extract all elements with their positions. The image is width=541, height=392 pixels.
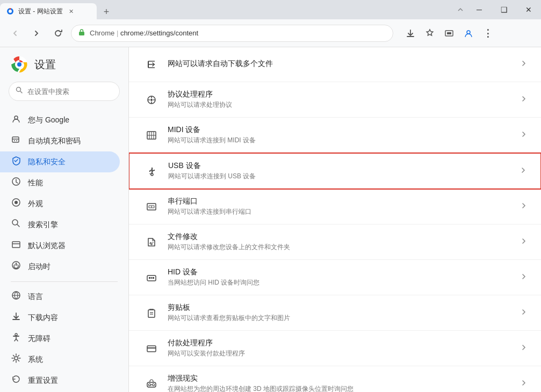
settings-item-usb[interactable]: USB 设备 网站可以请求连接到 USB 设备 bbox=[129, 153, 541, 190]
system-icon bbox=[11, 353, 21, 366]
usb-arrow bbox=[519, 166, 528, 177]
more-button[interactable]: ⋮ bbox=[479, 25, 496, 42]
payment-arrow bbox=[520, 343, 528, 354]
tab-label: 设置 - 网站设置 bbox=[18, 7, 63, 16]
sidebar-item-reset[interactable]: 重置设置 bbox=[0, 370, 120, 391]
sidebar-item-browser[interactable]: 默认浏览器 bbox=[0, 235, 120, 256]
sidebar-item-privacy[interactable]: 隐私和安全 bbox=[0, 151, 120, 172]
maximize-button[interactable]: ❑ bbox=[492, 0, 516, 19]
active-tab[interactable]: 设置 - 网站设置 ✕ bbox=[0, 3, 97, 19]
sidebar-nav: 您与 Google 自动填充和密码 bbox=[0, 105, 128, 392]
serial-arrow bbox=[520, 201, 528, 212]
ar-title: 增强现实 bbox=[168, 374, 520, 383]
svg-point-14 bbox=[14, 140, 15, 141]
file-edit-title: 文件修改 bbox=[168, 232, 520, 242]
midi-title: MIDI 设备 bbox=[168, 125, 520, 135]
sidebar-item-system[interactable]: 系统 bbox=[0, 349, 120, 370]
clipboard-arrow bbox=[520, 308, 528, 318]
svg-point-68 bbox=[153, 383, 155, 386]
ar-arrow bbox=[520, 379, 528, 389]
svg-rect-57 bbox=[149, 277, 150, 279]
new-tab-button[interactable]: + bbox=[99, 4, 114, 19]
main-layout: 设置 您与 Google bbox=[0, 47, 541, 392]
url-bar[interactable]: Chrome | chrome://settings/content bbox=[71, 25, 393, 42]
sidebar-item-language[interactable]: 语言 bbox=[0, 286, 120, 307]
settings-item-clipboard[interactable]: 剪贴板 网站可以请求查看您剪贴板中的文字和图片 bbox=[129, 295, 541, 331]
serial-text: 串行端口 网站可以请求连接到串行端口 bbox=[168, 197, 520, 216]
accessibility-icon bbox=[11, 332, 21, 345]
sidebar-item-label-language: 语言 bbox=[28, 292, 43, 302]
settings-item-file-edit[interactable]: 文件修改 网站可以请求修改您设备上的文件和文件夹 bbox=[129, 224, 541, 260]
minimize-button[interactable]: ─ bbox=[467, 0, 492, 19]
settings-item-serial[interactable]: 串行端口 网站可以请求连接到串行端口 bbox=[129, 189, 541, 224]
sidebar-item-label-reset: 重置设置 bbox=[28, 376, 58, 386]
startup-icon bbox=[11, 260, 21, 273]
svg-point-49 bbox=[151, 173, 153, 176]
tab-close-button[interactable]: ✕ bbox=[67, 7, 76, 16]
sidebar-item-appearance[interactable]: 外观 bbox=[0, 193, 120, 214]
profile-button[interactable] bbox=[460, 25, 477, 42]
download-icon bbox=[11, 311, 21, 324]
settings-item-hid[interactable]: HID 设备 当网站想访问 HID 设备时询问您 bbox=[129, 260, 541, 295]
clipboard-title: 剪贴板 bbox=[168, 303, 520, 313]
sidebar-item-startup[interactable]: 启动时 bbox=[0, 256, 120, 277]
bookmark-button[interactable] bbox=[421, 25, 438, 42]
cast-button[interactable] bbox=[441, 25, 458, 42]
ar-desc: 在网站想为您的周边环境创建 3D 地图或跟踪摄像头位置时询问您 bbox=[168, 384, 520, 392]
midi-desc: 网站可以请求连接到 MIDI 设备 bbox=[168, 136, 520, 145]
svg-point-6 bbox=[467, 31, 470, 34]
sidebar-item-label-search: 搜索引擎 bbox=[28, 220, 58, 230]
sidebar-item-downloads[interactable]: 下载内容 bbox=[0, 307, 120, 328]
sidebar-item-autofill[interactable]: 自动填充和密码 bbox=[0, 130, 120, 151]
search-icon bbox=[16, 86, 23, 96]
midi-icon bbox=[142, 126, 161, 145]
usb-title: USB 设备 bbox=[168, 161, 519, 171]
svg-rect-20 bbox=[12, 242, 20, 248]
hid-desc: 当网站想访问 HID 设备时询问您 bbox=[168, 278, 520, 287]
payment-text: 付款处理程序 网站可以安装付款处理程序 bbox=[168, 338, 520, 358]
download-toolbar-button[interactable] bbox=[402, 25, 419, 42]
forward-button[interactable] bbox=[28, 25, 45, 42]
back-button[interactable] bbox=[6, 25, 24, 42]
settings-item-midi[interactable]: MIDI 设备 网站可以请求连接到 MIDI 设备 bbox=[129, 118, 541, 153]
svg-point-18 bbox=[15, 201, 18, 204]
settings-item-protocol[interactable]: 协议处理程序 网站可以请求处理协议 bbox=[129, 82, 541, 118]
chrome-logo bbox=[11, 56, 28, 73]
sidebar-item-label-system: 系统 bbox=[28, 355, 43, 365]
sidebar-item-label-privacy: 隐私和安全 bbox=[28, 157, 66, 167]
protocol-arrow bbox=[520, 95, 528, 105]
close-button[interactable]: ✕ bbox=[516, 0, 541, 19]
sidebar-item-performance[interactable]: 性能 bbox=[0, 172, 120, 193]
svg-point-9 bbox=[17, 62, 21, 67]
settings-item-payment[interactable]: 付款处理程序 网站可以安装付款处理程序 bbox=[129, 331, 541, 366]
performance-icon bbox=[11, 177, 21, 189]
file-edit-text: 文件修改 网站可以请求修改您设备上的文件和文件夹 bbox=[168, 232, 520, 252]
serial-icon bbox=[142, 197, 161, 216]
protocol-text: 协议处理程序 网站可以请求处理协议 bbox=[168, 90, 520, 110]
sidebar-item-accessibility[interactable]: 无障碍 bbox=[0, 328, 120, 349]
chevron-up-icon bbox=[456, 5, 465, 14]
clipboard-desc: 网站可以请求查看您剪贴板中的文字和图片 bbox=[168, 314, 520, 323]
reload-button[interactable] bbox=[49, 25, 67, 42]
ar-icon bbox=[142, 374, 161, 393]
settings-item-auto-download[interactable]: 网站可以请求自动下载多个文件 bbox=[129, 47, 541, 82]
sidebar-search-input[interactable] bbox=[27, 88, 118, 96]
appearance-icon bbox=[11, 198, 21, 210]
serial-desc: 网站可以请求连接到串行端口 bbox=[168, 207, 520, 216]
sidebar-item-label-appearance: 外观 bbox=[28, 199, 43, 209]
sidebar-item-google[interactable]: 您与 Google bbox=[0, 110, 120, 130]
tab-favicon bbox=[6, 8, 14, 15]
usb-icon bbox=[142, 162, 162, 181]
svg-point-25 bbox=[15, 333, 17, 336]
sidebar: 设置 您与 Google bbox=[0, 47, 129, 392]
browser-icon bbox=[11, 239, 21, 252]
protocol-desc: 网站可以请求处理协议 bbox=[168, 100, 520, 110]
sidebar-item-label-downloads: 下载内容 bbox=[28, 313, 58, 323]
svg-rect-58 bbox=[153, 277, 154, 279]
payment-icon bbox=[142, 339, 161, 358]
auto-download-text: 网站可以请求自动下载多个文件 bbox=[168, 59, 520, 70]
svg-point-26 bbox=[15, 357, 18, 360]
sidebar-search-bar[interactable] bbox=[9, 82, 120, 101]
sidebar-item-search[interactable]: 搜索引擎 bbox=[0, 214, 120, 235]
settings-item-ar[interactable]: 增强现实 在网站想为您的周边环境创建 3D 地图或跟踪摄像头位置时询问您 bbox=[129, 366, 541, 392]
